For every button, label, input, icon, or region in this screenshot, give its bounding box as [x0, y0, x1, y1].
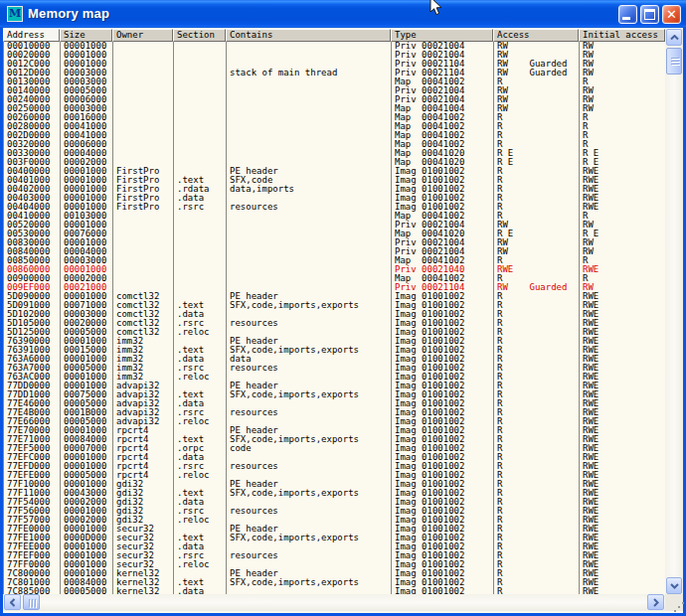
- maximize-button[interactable]: [640, 5, 659, 24]
- table-row[interactable]: 0032000000006000Map 00041002RR: [4, 140, 665, 149]
- table-row[interactable]: 0013000000003000Map 00041002RR: [4, 77, 665, 86]
- table-row[interactable]: 77E4600000005000advapi32.dataImag 010010…: [4, 399, 665, 408]
- table-row[interactable]: 0086000000001000Priv 00021040RWERWE: [4, 265, 665, 274]
- table-row[interactable]: 77F5700000002000gdi32.relocImag 01001002…: [4, 516, 665, 525]
- minimize-button[interactable]: [618, 5, 637, 24]
- table-row[interactable]: 77FEE00000001000secur32.dataImag 0100100…: [4, 542, 665, 551]
- table-row[interactable]: 77E7000000001000rpcrt4PE headerImag 0100…: [4, 426, 665, 435]
- column-header-contains[interactable]: Contains: [226, 29, 391, 42]
- cell-access: R: [494, 319, 580, 328]
- table-row[interactable]: 77FEF00000001000secur32.rsrcresourcesIma…: [4, 551, 665, 560]
- table-row[interactable]: 0040200000001000FirstPro.rdatadata,impor…: [4, 185, 665, 194]
- table-row[interactable]: 77F1000000001000gdi32PE headerImag 01001…: [4, 480, 665, 489]
- cell-owner: [113, 149, 174, 158]
- table-row[interactable]: 763A700000005000imm32.rsrcresourcesImag …: [4, 364, 665, 373]
- table-row[interactable]: 0052000000001000Priv 00021004RWRW: [4, 221, 665, 230]
- table-row[interactable]: 77DD100000075000advapi32.textSFX,code,im…: [4, 390, 665, 399]
- table-row[interactable]: 0001000000001000Priv 00021004RWRW: [4, 42, 665, 51]
- table-row[interactable]: 0002000000001000Priv 00021004RWRW: [4, 51, 665, 60]
- table-row[interactable]: 5D10500000020000comctl32.rsrcresourcesIm…: [4, 319, 665, 328]
- cell-size: 00001000: [61, 569, 113, 578]
- table-row[interactable]: 0014000000005000Priv 00021004RWRW: [4, 86, 665, 95]
- table-row[interactable]: 0041000000103000Map 00041002RR: [4, 212, 665, 221]
- table-row[interactable]: 0085000000003000Map 00041002RR: [4, 256, 665, 265]
- table-row[interactable]: 77FE10000000D000secur32.textSFX,code,imp…: [4, 534, 665, 542]
- table-row[interactable]: 0084000000004000Priv 00021004RWRW: [4, 247, 665, 256]
- cell-access: RW: [494, 86, 580, 95]
- cell-section: [174, 569, 227, 578]
- table-row[interactable]: 7C80000000001000kernel32PE headerImag 01…: [4, 569, 665, 578]
- column-header-size[interactable]: Size: [60, 29, 112, 42]
- table-row[interactable]: 0024000000006000Priv 00021004RWRW: [4, 95, 665, 104]
- cell-section: .text: [174, 301, 227, 310]
- table-row[interactable]: 0028000000041000Map 00041002RR: [4, 122, 665, 131]
- table-row[interactable]: 0033000000004000Map 00041020R ER E: [4, 149, 665, 158]
- app-icon[interactable]: M: [7, 6, 23, 22]
- table-row[interactable]: 5D09100000071000comctl32.textSFX,code,im…: [4, 301, 665, 310]
- table-row[interactable]: 0090000000002000Map 00041002RR: [4, 274, 665, 283]
- table-row[interactable]: 0083000000001000Priv 00021004RWRW: [4, 238, 665, 247]
- table-row[interactable]: 7639000000001000imm32PE headerImag 01001…: [4, 337, 665, 346]
- window-titlebar[interactable]: M Memory map ✕: [0, 0, 686, 28]
- table-row[interactable]: 763A600000001000imm32.datadataImag 01001…: [4, 355, 665, 364]
- cell-initial-access: RWE: [580, 382, 665, 390]
- table-row[interactable]: 003F000000002000Map 00041020R ER E: [4, 158, 665, 167]
- table-row[interactable]: 77E6600000005000advapi32.relocImag 01001…: [4, 417, 665, 426]
- table-row[interactable]: 0040000000001000FirstProPE headerImag 01…: [4, 167, 665, 176]
- table-row[interactable]: 0026000000016000Map 00041002RR: [4, 113, 665, 122]
- vertical-scrollbar[interactable]: [665, 29, 683, 594]
- table-row[interactable]: 77FF000000001000secur32.relocImag 010010…: [4, 560, 665, 569]
- column-header-section[interactable]: Section: [173, 29, 226, 42]
- table-row[interactable]: 0040300000001000FirstPro.dataImag 010010…: [4, 194, 665, 203]
- table-row[interactable]: 7639100000015000imm32.textSFX,code,impor…: [4, 346, 665, 355]
- table-row[interactable]: 77FE000000001000secur32PE headerImag 010…: [4, 525, 665, 534]
- column-header-initial-access[interactable]: Initial access: [579, 29, 665, 42]
- table-row[interactable]: 0040100000001000FirstPro.textSFX,codeIma…: [4, 176, 665, 185]
- column-header-access[interactable]: Access: [493, 29, 579, 42]
- table-row[interactable]: 7C88500000005000kernel32.dataImag 010010…: [4, 587, 665, 594]
- scroll-left-button[interactable]: [4, 594, 21, 610]
- cell-initial-access: RW: [580, 104, 665, 113]
- horizontal-scroll-thumb[interactable]: [23, 594, 40, 610]
- scroll-down-button[interactable]: [666, 577, 682, 594]
- table-row[interactable]: 77EF500000007000rpcrt4.orpccodeImag 0100…: [4, 444, 665, 453]
- table-row[interactable]: 0012D00000003000stack of main threadPriv…: [4, 69, 665, 77]
- column-header-address[interactable]: Address: [3, 29, 60, 42]
- table-row[interactable]: 77F5400000002000gdi32.dataImag 01001002R…: [4, 498, 665, 507]
- table-row[interactable]: 77E7100000084000rpcrt4.textSFX,code,impo…: [4, 435, 665, 444]
- close-button[interactable]: ✕: [662, 5, 681, 24]
- table-row[interactable]: 0053000000076000Map 00041020R ER E: [4, 230, 665, 238]
- cell-access: R: [494, 328, 580, 337]
- table-row[interactable]: 77EFD00000001000rpcrt4.rsrcresourcesImag…: [4, 462, 665, 471]
- resize-grip[interactable]: [665, 594, 683, 611]
- table-row[interactable]: 77E4B0000001B000advapi32.rsrcresourcesIm…: [4, 408, 665, 417]
- table-row[interactable]: 5D09000000001000comctl32PE headerImag 01…: [4, 292, 665, 301]
- cell-address: 77FF0000: [4, 560, 61, 569]
- vertical-scroll-thumb[interactable]: [666, 48, 682, 75]
- table-row[interactable]: 7C80100000084000kernel32.textSFX,code,im…: [4, 578, 665, 587]
- table-row[interactable]: 0025000000003000Map 00041004RWRW: [4, 104, 665, 113]
- table-row[interactable]: 009EF00000021000Priv 00021104RW GuardedR…: [4, 283, 665, 292]
- scroll-right-button[interactable]: [647, 594, 664, 610]
- table-row[interactable]: 0040400000001000FirstPro.rsrcresourcesIm…: [4, 203, 665, 212]
- table-row[interactable]: 77EFE00000005000rpcrt4.relocImag 0100100…: [4, 471, 665, 480]
- column-header-type[interactable]: Type: [391, 29, 493, 42]
- scroll-up-button[interactable]: [666, 29, 682, 46]
- table-row[interactable]: 5D10200000003000comctl32.dataImag 010010…: [4, 310, 665, 319]
- memory-map-table-body[interactable]: 0001000000001000Priv 00021004RWRW0002000…: [3, 42, 665, 594]
- table-row[interactable]: 77EFC00000001000rpcrt4.dataImag 01001002…: [4, 453, 665, 462]
- cell-initial-access: RWE: [580, 525, 665, 534]
- cell-address: 002D0000: [4, 131, 61, 140]
- table-row[interactable]: 002D000000041000Map 00041002RR: [4, 131, 665, 140]
- horizontal-scrollbar[interactable]: [3, 594, 665, 611]
- table-row[interactable]: 5D12500000005000comctl32.relocImag 01001…: [4, 328, 665, 337]
- table-row[interactable]: 77DD000000001000advapi32PE headerImag 01…: [4, 382, 665, 390]
- table-row[interactable]: 77F1100000043000gdi32.textSFX,code,impor…: [4, 489, 665, 498]
- table-row[interactable]: 763AC00000001000imm32.relocImag 01001002…: [4, 373, 665, 382]
- table-row[interactable]: 0012C00000001000Priv 00021104RW GuardedR…: [4, 60, 665, 69]
- chevron-right-icon: [653, 598, 659, 607]
- cell-initial-access: RWE: [580, 301, 665, 310]
- table-row[interactable]: 77F5600000001000gdi32.rsrcresourcesImag …: [4, 507, 665, 516]
- cell-access: R: [494, 542, 580, 551]
- column-header-owner[interactable]: Owner: [112, 29, 173, 42]
